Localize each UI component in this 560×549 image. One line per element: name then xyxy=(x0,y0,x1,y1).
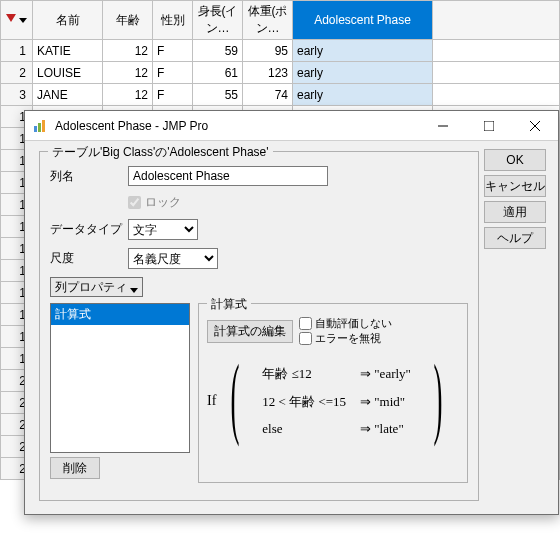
lock-checkbox xyxy=(128,196,141,209)
svg-marker-1 xyxy=(19,18,27,23)
dropdown-icon xyxy=(130,283,138,291)
svg-rect-2 xyxy=(34,126,37,132)
col-name[interactable]: 名前 xyxy=(33,1,103,40)
minimize-button[interactable] xyxy=(420,111,466,141)
datatype-select[interactable]: 文字 xyxy=(128,219,198,240)
scale-select[interactable]: 名義尺度 xyxy=(128,248,218,269)
dialog-title: Adolescent Phase - JMP Pro xyxy=(55,119,420,133)
corner-menu[interactable] xyxy=(1,1,33,40)
formula-title: 計算式 xyxy=(207,296,251,313)
app-icon xyxy=(33,118,49,134)
col-weight[interactable]: 体重(ポン… xyxy=(243,1,293,40)
table-row[interactable]: 1KATIE12F5995early xyxy=(1,40,560,62)
lock-label: ロック xyxy=(145,194,181,211)
cancel-button[interactable]: キャンセル xyxy=(484,175,546,197)
table-row[interactable]: 2LOUISE12F61123early xyxy=(1,62,560,84)
table-row[interactable]: 3JANE12F5574early xyxy=(1,84,560,106)
column-property-button[interactable]: 列プロパティ xyxy=(50,277,143,297)
svg-marker-0 xyxy=(6,14,16,22)
auto-eval-checkbox[interactable] xyxy=(299,317,312,330)
column-info-dialog: Adolescent Phase - JMP Pro OK キャンセル 適用 ヘ… xyxy=(24,110,559,515)
scale-label: 尺度 xyxy=(50,250,128,267)
property-list[interactable]: 計算式 xyxy=(50,303,190,453)
edit-formula-button[interactable]: 計算式の編集 xyxy=(207,320,293,343)
col-height[interactable]: 身長(イン… xyxy=(193,1,243,40)
apply-button[interactable]: 適用 xyxy=(484,201,546,223)
delete-button[interactable]: 削除 xyxy=(50,457,100,479)
col-age[interactable]: 年齢 xyxy=(103,1,153,40)
colname-input[interactable] xyxy=(128,166,328,186)
datatype-label: データタイプ xyxy=(50,221,128,238)
property-item-formula[interactable]: 計算式 xyxy=(51,304,189,325)
col-sex[interactable]: 性別 xyxy=(153,1,193,40)
ok-button[interactable]: OK xyxy=(484,149,546,171)
colname-label: 列名 xyxy=(50,168,128,185)
col-phase[interactable]: Adolescent Phase xyxy=(293,1,433,40)
dropdown-icon xyxy=(19,13,27,21)
titlebar[interactable]: Adolescent Phase - JMP Pro xyxy=(25,111,558,141)
ignore-error-checkbox[interactable] xyxy=(299,332,312,345)
formula-group: 計算式 計算式の編集 自動評価しない エラーを無視 If ( 年齢 ≤12⇒ "… xyxy=(198,303,468,483)
red-triangle-icon xyxy=(6,14,16,24)
maximize-button[interactable] xyxy=(466,111,512,141)
svg-rect-3 xyxy=(38,123,41,132)
formula-display: If ( 年齢 ≤12⇒ "early" 12 < 年齢 <=15⇒ "mid"… xyxy=(207,356,459,446)
group-title: テーブル'Big Class'の'Adolescent Phase' xyxy=(48,144,273,161)
close-button[interactable] xyxy=(512,111,558,141)
svg-rect-6 xyxy=(484,121,494,131)
help-button[interactable]: ヘルプ xyxy=(484,227,546,249)
col-blank xyxy=(433,1,560,40)
svg-rect-4 xyxy=(42,120,45,132)
column-group: テーブル'Big Class'の'Adolescent Phase' 列名 ロッ… xyxy=(39,151,479,501)
svg-marker-9 xyxy=(130,288,138,293)
